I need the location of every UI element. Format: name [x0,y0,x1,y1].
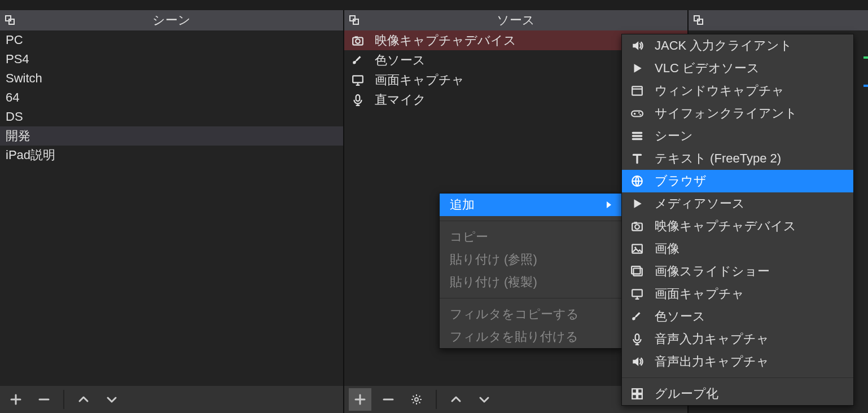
scenes-title: シーン [0,12,343,29]
menu-item: 貼り付け (参照) [440,248,621,271]
source-type-label: シーン [655,128,693,144]
monitor-icon [630,288,645,300]
menu-item: フィルタをコピーする [440,303,621,326]
source-type-item[interactable]: ウィンドウキャプチャ [622,80,853,102]
source-type-label: JACK 入力クライアント [655,37,792,54]
camera-icon [350,34,366,47]
menu-item[interactable]: 追加 [440,194,621,216]
window-icon [630,85,645,97]
source-type-label: テキスト (FreeType 2) [655,150,781,167]
remove-source-button[interactable] [377,388,400,411]
group-icon [630,388,645,400]
context-menu[interactable]: 追加コピー貼り付け (参照)貼り付け (複製)フィルタをコピーするフィルタを貼り… [439,193,622,349]
source-type-label: グループ化 [655,385,718,402]
text-icon [630,152,645,165]
scene-item[interactable]: 64 [0,88,343,107]
source-type-label: 画像 [655,240,680,257]
scene-item[interactable]: 開発 [0,126,343,146]
play-icon [630,62,645,74]
source-type-item[interactable]: メディアソース [622,192,853,215]
menu-separator [440,221,621,221]
scene-item[interactable]: DS [0,107,343,126]
remove-scene-button[interactable] [33,388,55,411]
add-source-submenu[interactable]: JACK 入力クライアントVLC ビデオソースウィンドウキャプチャサイフォンクラ… [621,34,854,406]
speaker-icon [630,355,645,368]
source-properties-button[interactable] [405,388,428,411]
source-type-item[interactable]: テキスト (FreeType 2) [622,147,853,170]
sources-title: ソース [344,12,687,29]
menu-separator [622,377,853,378]
scenes-list[interactable]: PCPS4Switch64DS開発iPad説明 [0,30,343,386]
monitor-icon [350,74,366,86]
source-type-item[interactable]: 映像キャプチャデバイス [622,215,853,238]
source-type-item[interactable]: 色ソース [622,305,853,328]
source-type-item[interactable]: サイフォンクライアント [622,102,853,125]
source-type-item[interactable]: 音声出力キャプチャ [622,350,853,373]
source-label: 映像キャプチャデバイス [375,32,516,49]
sources-header[interactable]: ソース [344,10,687,30]
source-type-item[interactable]: 画像 [622,238,853,260]
toolbar-separator [436,390,437,409]
scenes-header[interactable]: シーン [0,10,343,30]
menu-separator [440,298,621,298]
source-label: 画面キャプチャ [375,72,464,89]
source-type-label: メディアソース [655,195,745,212]
menu-item: フィルタを貼り付ける [440,326,621,348]
image-icon [630,243,645,255]
source-type-label: ウィンドウキャプチャ [655,82,784,99]
source-type-label: 画像スライドショー [655,263,770,280]
scene-item[interactable]: iPad説明 [0,146,343,165]
mic-icon [630,333,645,345]
source-type-label: ブラウザ [655,173,707,190]
play-icon [630,197,645,210]
source-type-item[interactable]: 画面キャプチャ [622,283,853,305]
source-type-label: サイフォンクライアント [655,105,797,122]
add-source-button[interactable] [349,388,371,411]
source-label: 色ソース [375,52,426,69]
source-type-label: 映像キャプチャデバイス [655,218,796,235]
source-type-item[interactable]: グループ化 [622,383,853,405]
add-scene-button[interactable] [5,388,27,411]
source-type-item[interactable]: ブラウザ [622,170,853,192]
source-type-label: VLC ビデオソース [655,60,760,77]
scenes-panel: シーン PCPS4Switch64DS開発iPad説明 [0,10,344,413]
source-type-item[interactable]: 画像スライドショー [622,260,853,283]
menu-item: コピー [440,226,621,248]
menu-item: 貼り付け (複製) [440,271,621,293]
source-type-label: 音声出力キャプチャ [655,353,769,370]
dock-icon[interactable] [689,15,709,25]
scenes-toolbar [0,386,343,413]
source-type-label: 色ソース [655,308,705,325]
camera-icon [630,220,645,232]
move-source-up-button[interactable] [445,388,467,411]
source-type-item[interactable]: シーン [622,125,853,147]
gamepad-icon [630,107,645,120]
source-type-label: 音声入力キャプチャ [655,331,769,348]
brush-icon [350,54,366,67]
slideshow-icon [630,265,645,278]
source-type-item[interactable]: VLC ビデオソース [622,57,853,80]
move-source-down-button[interactable] [473,388,496,411]
toolbar-separator [63,390,64,409]
source-type-item[interactable]: JACK 入力クライアント [622,34,853,57]
list-icon [630,130,645,142]
move-scene-down-button[interactable] [100,388,123,411]
mixer-header[interactable] [689,10,868,30]
source-label: 直マイク [375,91,426,108]
mic-icon [350,94,366,106]
brush-icon [630,310,645,323]
speaker-icon [630,39,645,52]
scene-item[interactable]: PC [0,30,343,50]
source-type-item[interactable]: 音声入力キャプチャ [622,328,853,350]
move-scene-up-button[interactable] [72,388,95,411]
globe-icon [630,175,645,187]
source-type-label: 画面キャプチャ [655,285,744,302]
scene-item[interactable]: Switch [0,69,343,88]
scene-item[interactable]: PS4 [0,50,343,69]
